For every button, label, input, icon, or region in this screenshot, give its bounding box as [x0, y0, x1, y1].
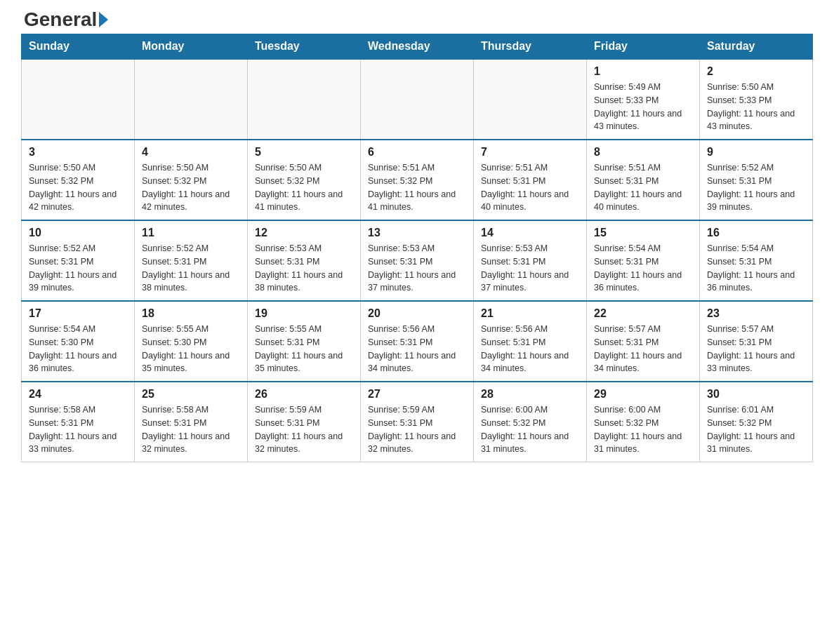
day-number: 1 — [594, 65, 692, 78]
calendar-header-monday: Monday — [135, 34, 248, 60]
calendar-cell: 3Sunrise: 5:50 AM Sunset: 5:32 PM Daylig… — [22, 140, 135, 220]
calendar-cell: 14Sunrise: 5:53 AM Sunset: 5:31 PM Dayli… — [474, 220, 587, 301]
calendar-cell: 17Sunrise: 5:54 AM Sunset: 5:30 PM Dayli… — [22, 301, 135, 382]
calendar-cell: 9Sunrise: 5:52 AM Sunset: 5:31 PM Daylig… — [700, 140, 813, 220]
day-number: 24 — [29, 388, 127, 401]
calendar-cell: 30Sunrise: 6:01 AM Sunset: 5:32 PM Dayli… — [700, 382, 813, 462]
calendar-cell: 28Sunrise: 6:00 AM Sunset: 5:32 PM Dayli… — [474, 382, 587, 462]
calendar-cell: 8Sunrise: 5:51 AM Sunset: 5:31 PM Daylig… — [587, 140, 700, 220]
calendar-cell — [22, 59, 135, 140]
calendar-cell: 2Sunrise: 5:50 AM Sunset: 5:33 PM Daylig… — [700, 59, 813, 140]
day-number: 25 — [142, 388, 240, 401]
day-info: Sunrise: 5:58 AM Sunset: 5:31 PM Dayligh… — [29, 403, 127, 456]
day-number: 10 — [29, 227, 127, 239]
day-number: 29 — [594, 388, 692, 401]
day-info: Sunrise: 5:51 AM Sunset: 5:32 PM Dayligh… — [368, 161, 466, 214]
calendar-cell: 19Sunrise: 5:55 AM Sunset: 5:31 PM Dayli… — [248, 301, 361, 382]
day-info: Sunrise: 5:54 AM Sunset: 5:31 PM Dayligh… — [707, 242, 805, 295]
day-number: 9 — [707, 146, 805, 159]
day-info: Sunrise: 5:54 AM Sunset: 5:31 PM Dayligh… — [594, 242, 692, 295]
day-number: 13 — [368, 227, 466, 239]
day-number: 14 — [481, 227, 579, 239]
day-number: 16 — [707, 227, 805, 239]
calendar-cell: 4Sunrise: 5:50 AM Sunset: 5:32 PM Daylig… — [135, 140, 248, 220]
calendar-header-friday: Friday — [587, 34, 700, 60]
calendar-cell: 25Sunrise: 5:58 AM Sunset: 5:31 PM Dayli… — [135, 382, 248, 462]
calendar-cell: 15Sunrise: 5:54 AM Sunset: 5:31 PM Dayli… — [587, 220, 700, 301]
calendar-cell: 29Sunrise: 6:00 AM Sunset: 5:32 PM Dayli… — [587, 382, 700, 462]
calendar-header-sunday: Sunday — [22, 34, 135, 60]
day-info: Sunrise: 5:51 AM Sunset: 5:31 PM Dayligh… — [594, 161, 692, 214]
day-info: Sunrise: 5:55 AM Sunset: 5:30 PM Dayligh… — [142, 323, 240, 375]
calendar-cell: 11Sunrise: 5:52 AM Sunset: 5:31 PM Dayli… — [135, 220, 248, 301]
day-number: 17 — [29, 307, 127, 320]
day-info: Sunrise: 5:56 AM Sunset: 5:31 PM Dayligh… — [481, 323, 579, 375]
calendar-week-row-2: 10Sunrise: 5:52 AM Sunset: 5:31 PM Dayli… — [22, 220, 813, 301]
logo-arrow-icon — [99, 12, 108, 27]
day-info: Sunrise: 5:55 AM Sunset: 5:31 PM Dayligh… — [255, 323, 353, 375]
day-number: 28 — [481, 388, 579, 401]
day-number: 7 — [481, 146, 579, 159]
day-number: 11 — [142, 227, 240, 239]
day-info: Sunrise: 5:53 AM Sunset: 5:31 PM Dayligh… — [255, 242, 353, 295]
day-info: Sunrise: 6:00 AM Sunset: 5:32 PM Dayligh… — [594, 403, 692, 456]
calendar-cell: 6Sunrise: 5:51 AM Sunset: 5:32 PM Daylig… — [361, 140, 474, 220]
day-info: Sunrise: 5:49 AM Sunset: 5:33 PM Dayligh… — [594, 81, 692, 133]
day-info: Sunrise: 5:57 AM Sunset: 5:31 PM Dayligh… — [594, 323, 692, 375]
day-info: Sunrise: 5:53 AM Sunset: 5:31 PM Dayligh… — [481, 242, 579, 295]
day-info: Sunrise: 5:54 AM Sunset: 5:30 PM Dayligh… — [29, 323, 127, 375]
header: General — [21, 14, 813, 27]
day-info: Sunrise: 5:50 AM Sunset: 5:32 PM Dayligh… — [29, 161, 127, 214]
day-number: 8 — [594, 146, 692, 159]
calendar-header-wednesday: Wednesday — [361, 34, 474, 60]
calendar-week-row-1: 3Sunrise: 5:50 AM Sunset: 5:32 PM Daylig… — [22, 140, 813, 220]
day-number: 30 — [707, 388, 805, 401]
day-info: Sunrise: 5:50 AM Sunset: 5:32 PM Dayligh… — [255, 161, 353, 214]
day-number: 21 — [481, 307, 579, 320]
day-number: 26 — [255, 388, 353, 401]
day-number: 18 — [142, 307, 240, 320]
day-info: Sunrise: 5:59 AM Sunset: 5:31 PM Dayligh… — [368, 403, 466, 456]
calendar-cell: 18Sunrise: 5:55 AM Sunset: 5:30 PM Dayli… — [135, 301, 248, 382]
day-number: 19 — [255, 307, 353, 320]
day-number: 4 — [142, 146, 240, 159]
day-info: Sunrise: 5:56 AM Sunset: 5:31 PM Dayligh… — [368, 323, 466, 375]
day-info: Sunrise: 5:52 AM Sunset: 5:31 PM Dayligh… — [707, 161, 805, 214]
day-info: Sunrise: 6:01 AM Sunset: 5:32 PM Dayligh… — [707, 403, 805, 456]
calendar-cell: 26Sunrise: 5:59 AM Sunset: 5:31 PM Dayli… — [248, 382, 361, 462]
day-number: 22 — [594, 307, 692, 320]
calendar-week-row-4: 24Sunrise: 5:58 AM Sunset: 5:31 PM Dayli… — [22, 382, 813, 462]
calendar-header-row: SundayMondayTuesdayWednesdayThursdayFrid… — [22, 34, 813, 60]
calendar-cell: 23Sunrise: 5:57 AM Sunset: 5:31 PM Dayli… — [700, 301, 813, 382]
day-number: 20 — [368, 307, 466, 320]
calendar-cell: 16Sunrise: 5:54 AM Sunset: 5:31 PM Dayli… — [700, 220, 813, 301]
day-info: Sunrise: 5:51 AM Sunset: 5:31 PM Dayligh… — [481, 161, 579, 214]
day-info: Sunrise: 5:58 AM Sunset: 5:31 PM Dayligh… — [142, 403, 240, 456]
day-number: 15 — [594, 227, 692, 239]
day-number: 5 — [255, 146, 353, 159]
calendar-week-row-3: 17Sunrise: 5:54 AM Sunset: 5:30 PM Dayli… — [22, 301, 813, 382]
calendar-header-tuesday: Tuesday — [248, 34, 361, 60]
calendar-cell: 20Sunrise: 5:56 AM Sunset: 5:31 PM Dayli… — [361, 301, 474, 382]
day-number: 2 — [707, 65, 805, 78]
day-info: Sunrise: 5:50 AM Sunset: 5:32 PM Dayligh… — [142, 161, 240, 214]
calendar-cell — [135, 59, 248, 140]
day-info: Sunrise: 5:59 AM Sunset: 5:31 PM Dayligh… — [255, 403, 353, 456]
calendar-cell: 24Sunrise: 5:58 AM Sunset: 5:31 PM Dayli… — [22, 382, 135, 462]
calendar-cell: 1Sunrise: 5:49 AM Sunset: 5:33 PM Daylig… — [587, 59, 700, 140]
day-number: 12 — [255, 227, 353, 239]
calendar-week-row-0: 1Sunrise: 5:49 AM Sunset: 5:33 PM Daylig… — [22, 59, 813, 140]
calendar-cell: 13Sunrise: 5:53 AM Sunset: 5:31 PM Dayli… — [361, 220, 474, 301]
day-info: Sunrise: 5:53 AM Sunset: 5:31 PM Dayligh… — [368, 242, 466, 295]
day-info: Sunrise: 6:00 AM Sunset: 5:32 PM Dayligh… — [481, 403, 579, 456]
calendar-cell: 10Sunrise: 5:52 AM Sunset: 5:31 PM Dayli… — [22, 220, 135, 301]
logo: General — [21, 14, 110, 27]
day-info: Sunrise: 5:50 AM Sunset: 5:33 PM Dayligh… — [707, 81, 805, 133]
calendar-cell — [248, 59, 361, 140]
day-number: 27 — [368, 388, 466, 401]
calendar-header-thursday: Thursday — [474, 34, 587, 60]
calendar-cell — [474, 59, 587, 140]
calendar-cell: 22Sunrise: 5:57 AM Sunset: 5:31 PM Dayli… — [587, 301, 700, 382]
calendar-cell: 21Sunrise: 5:56 AM Sunset: 5:31 PM Dayli… — [474, 301, 587, 382]
day-number: 3 — [29, 146, 127, 159]
